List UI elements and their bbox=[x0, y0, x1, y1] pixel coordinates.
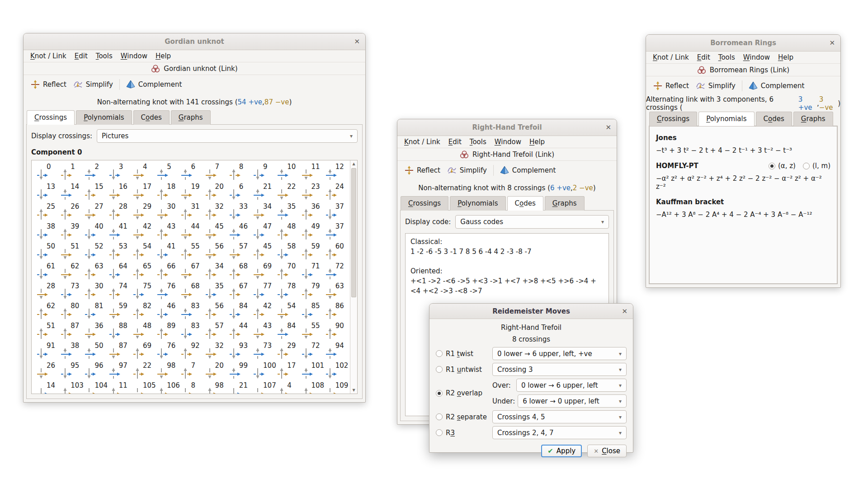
crossing-cell[interactable]: 26 bbox=[36, 363, 60, 383]
crossing-cell[interactable]: 104 bbox=[84, 383, 108, 394]
crossing-cell[interactable]: 14 bbox=[60, 184, 84, 204]
crossing-cell[interactable]: 17 bbox=[132, 184, 156, 204]
crossing-cell[interactable]: 91 bbox=[36, 343, 60, 363]
crossing-cell[interactable]: 95 bbox=[60, 363, 84, 383]
crossing-cell[interactable]: 69 bbox=[132, 343, 156, 363]
crossing-cell[interactable]: 86 bbox=[325, 303, 349, 323]
crossing-cell[interactable]: 22 bbox=[277, 184, 301, 204]
crossing-cell[interactable]: 80 bbox=[60, 303, 84, 323]
crossing-cell[interactable]: 76 bbox=[156, 343, 180, 363]
crossing-cell[interactable]: 74 bbox=[108, 283, 132, 303]
crossing-cell[interactable]: 48 bbox=[277, 224, 301, 244]
crossing-cell[interactable]: 72 bbox=[325, 263, 349, 283]
crossing-cell[interactable]: 76 bbox=[156, 283, 180, 303]
tab-polynomials[interactable]: Polynomials bbox=[698, 112, 754, 126]
crossing-cell[interactable]: 70 bbox=[277, 263, 301, 283]
crossing-cell[interactable]: 103 bbox=[60, 383, 84, 394]
crossing-cell[interactable]: 52 bbox=[84, 244, 108, 263]
crossing-cell[interactable]: 20 bbox=[205, 184, 229, 204]
titlebar[interactable]: Reidemeister Moves ✕ bbox=[429, 304, 633, 319]
crossing-cell[interactable]: 8 bbox=[180, 383, 204, 394]
crossing-cell[interactable]: 54 bbox=[277, 303, 301, 323]
menu-item[interactable]: Window bbox=[491, 137, 525, 147]
crossing-cell[interactable]: 79 bbox=[301, 283, 325, 303]
radio-r1-twist[interactable] bbox=[436, 350, 443, 357]
simplify-button[interactable]: Simplify bbox=[693, 80, 739, 92]
crossing-cell[interactable]: 66 bbox=[156, 263, 180, 283]
crossing-cell[interactable]: 35 bbox=[205, 283, 229, 303]
radio-l-m[interactable] bbox=[803, 163, 810, 169]
crossing-cell[interactable]: 24 bbox=[325, 184, 349, 204]
crossing-cell[interactable]: 29 bbox=[132, 204, 156, 224]
display-code-select[interactable]: Gauss codes ▾ bbox=[455, 215, 609, 229]
crossing-cell[interactable]: 9 bbox=[253, 164, 277, 184]
crossing-cell[interactable]: 60 bbox=[325, 244, 349, 263]
crossing-cell[interactable]: 51 bbox=[36, 323, 60, 343]
crossing-cell[interactable]: 16 bbox=[108, 184, 132, 204]
close-icon[interactable]: ✕ bbox=[829, 35, 835, 51]
scroll-down-icon[interactable]: ▼ bbox=[352, 388, 355, 392]
crossing-cell[interactable]: 59 bbox=[301, 244, 325, 263]
crossing-cell[interactable]: 68 bbox=[229, 263, 253, 283]
crossing-cell[interactable]: 65 bbox=[132, 263, 156, 283]
menu-item[interactable]: Help bbox=[525, 137, 549, 147]
reflect-button[interactable]: Reflect bbox=[650, 80, 693, 92]
crossing-cell[interactable]: 36 bbox=[84, 323, 108, 343]
crossing-cell[interactable]: 97 bbox=[108, 363, 132, 383]
reflect-button[interactable]: Reflect bbox=[401, 164, 444, 177]
tab-codes[interactable]: Codes bbox=[133, 110, 170, 125]
menu-item[interactable]: Window bbox=[739, 52, 774, 62]
menu-item[interactable]: Help bbox=[151, 51, 175, 61]
crossing-cell[interactable]: 41 bbox=[156, 244, 180, 263]
scrollbar-thumb[interactable] bbox=[351, 168, 356, 297]
crossing-cell[interactable]: 25 bbox=[36, 204, 60, 224]
over-select[interactable]: 0 lower → 6 upper, left ▾ bbox=[516, 379, 627, 392]
crossing-cell[interactable]: 0 bbox=[36, 164, 60, 184]
crossing-cell[interactable]: 27 bbox=[84, 204, 108, 224]
menu-item[interactable]: Tools bbox=[92, 51, 117, 61]
crossing-cell[interactable]: 75 bbox=[132, 283, 156, 303]
crossing-cell[interactable]: 105 bbox=[132, 383, 156, 394]
complement-button[interactable]: Complement bbox=[123, 78, 185, 91]
crossing-cell[interactable]: 11 bbox=[108, 383, 132, 394]
crossing-cell[interactable]: 85 bbox=[301, 303, 325, 323]
crossing-cell[interactable]: 42 bbox=[253, 303, 277, 323]
complement-button[interactable]: Complement bbox=[496, 164, 559, 177]
crossing-cell[interactable]: 5 bbox=[156, 164, 180, 184]
menu-item[interactable]: Edit bbox=[71, 51, 92, 61]
crossing-cell[interactable]: 4 bbox=[277, 383, 301, 394]
crossing-cell[interactable]: 89 bbox=[156, 323, 180, 343]
radio-r2-separate[interactable] bbox=[436, 413, 443, 420]
crossing-cell[interactable]: 48 bbox=[132, 323, 156, 343]
crossing-cell[interactable]: 88 bbox=[108, 323, 132, 343]
crossing-cell[interactable]: 109 bbox=[325, 383, 349, 394]
crossing-cell[interactable]: 93 bbox=[229, 343, 253, 363]
crossing-cell[interactable]: 29 bbox=[277, 343, 301, 363]
crossing-cell[interactable]: 37 bbox=[325, 224, 349, 244]
crossing-cell[interactable]: 63 bbox=[325, 283, 349, 303]
crossing-cell[interactable]: 34 bbox=[253, 204, 277, 224]
crossing-cell[interactable]: 31 bbox=[180, 204, 204, 224]
radio-r3[interactable] bbox=[436, 429, 443, 436]
crossing-cell[interactable]: 14 bbox=[36, 383, 60, 394]
crossing-cell[interactable]: 11 bbox=[301, 164, 325, 184]
crossing-cell[interactable]: 47 bbox=[253, 224, 277, 244]
crossing-cell[interactable]: 94 bbox=[325, 343, 349, 363]
crossing-cell[interactable]: 43 bbox=[253, 323, 277, 343]
crossing-cell[interactable]: 98 bbox=[205, 383, 229, 394]
tab-crossings[interactable]: Crossings bbox=[649, 112, 697, 126]
crossing-cell[interactable]: 18 bbox=[156, 184, 180, 204]
crossing-cell[interactable]: 8 bbox=[229, 164, 253, 184]
crossing-cell[interactable]: 28 bbox=[108, 204, 132, 224]
menu-item[interactable]: Knot / Link bbox=[649, 52, 693, 62]
crossing-cell[interactable]: 82 bbox=[132, 303, 156, 323]
under-select[interactable]: 6 lower → 0 upper, left ▾ bbox=[518, 394, 627, 408]
menu-item[interactable]: Tools bbox=[714, 52, 739, 62]
crossing-cell[interactable]: 51 bbox=[60, 244, 84, 263]
simplify-button[interactable]: Simplify bbox=[70, 78, 117, 91]
crossing-cell[interactable]: 98 bbox=[156, 363, 180, 383]
crossing-cell[interactable]: 34 bbox=[205, 263, 229, 283]
crossing-cell[interactable]: 21 bbox=[229, 383, 253, 394]
crossing-cell[interactable]: 15 bbox=[84, 184, 108, 204]
radio-r2-overlap[interactable] bbox=[436, 390, 443, 397]
